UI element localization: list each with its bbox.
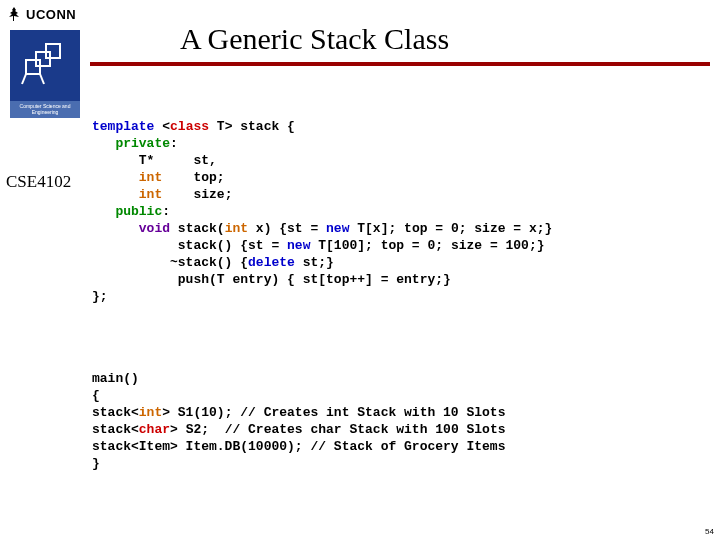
slide-title: A Generic Stack Class xyxy=(180,22,449,56)
dept-logo-graphic xyxy=(10,30,80,100)
svg-line-3 xyxy=(22,74,26,84)
uconn-logo: UCONN xyxy=(6,6,76,22)
code-block-template: template <class T> stack { private: T* s… xyxy=(92,118,552,305)
code-block-main: main() { stack<int> S1(10); // Creates i… xyxy=(92,370,506,472)
page-number: 54 xyxy=(705,527,714,536)
course-code: CSE4102 xyxy=(6,172,71,192)
svg-line-4 xyxy=(40,74,44,84)
oak-leaf-icon xyxy=(6,6,22,22)
dept-logo: Computer Science and Engineering xyxy=(10,30,80,120)
title-underline xyxy=(90,62,710,66)
uconn-text: UCONN xyxy=(26,7,76,22)
dept-logo-label: Computer Science and Engineering xyxy=(10,100,80,118)
